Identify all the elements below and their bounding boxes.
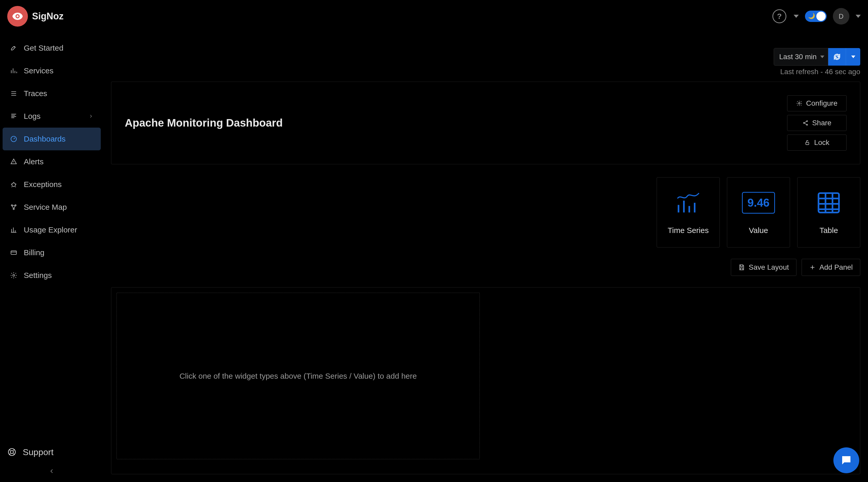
- sidebar-item-label: Exceptions: [24, 180, 62, 189]
- widget-type-label: Table: [819, 226, 838, 235]
- svg-rect-13: [806, 142, 809, 144]
- sidebar-item-logs[interactable]: Logs: [3, 105, 101, 128]
- sidebar-item-dashboards[interactable]: Dashboards: [3, 128, 101, 150]
- sidebar-item-label: Traces: [24, 89, 47, 98]
- svg-point-4: [13, 208, 14, 210]
- configure-label: Configure: [806, 99, 837, 107]
- sidebar-item-billing[interactable]: Billing: [3, 241, 101, 264]
- theme-toggle[interactable]: [805, 10, 827, 22]
- time-range-value: Last 30 min: [779, 53, 816, 61]
- brand-name: SigNoz: [32, 11, 64, 22]
- svg-point-8: [10, 450, 13, 454]
- content: Last 30 min Last refresh - 46 sec ago Ap…: [103, 33, 868, 482]
- sidebar-item-alerts[interactable]: Alerts: [3, 150, 101, 173]
- configure-button[interactable]: Configure: [787, 95, 846, 111]
- value-sample: 9.46: [742, 192, 775, 214]
- sidebar: Get Started Services Traces Logs Dashboa…: [0, 33, 103, 482]
- sidebar-item-get-started[interactable]: Get Started: [3, 37, 101, 59]
- add-panel-button[interactable]: Add Panel: [802, 259, 860, 276]
- topbar: SigNoz ? D: [0, 0, 868, 33]
- share-button[interactable]: Share: [787, 115, 846, 131]
- placeholder-text: Click one of the widget types above (Tim…: [180, 372, 417, 381]
- refresh-button[interactable]: [828, 48, 846, 66]
- refresh-interval-dropdown[interactable]: [846, 48, 860, 66]
- help-button[interactable]: ?: [772, 9, 786, 23]
- support-label: Support: [23, 447, 54, 457]
- gear-icon: [796, 100, 802, 106]
- unlock-icon: [804, 139, 810, 146]
- lifebuoy-icon: [7, 447, 17, 457]
- svg-point-10: [807, 121, 808, 122]
- chevron-left-icon: [48, 468, 55, 475]
- add-panel-label: Add Panel: [819, 263, 853, 271]
- svg-point-1: [12, 183, 16, 187]
- table-icon: [816, 190, 842, 216]
- sidebar-item-exceptions[interactable]: Exceptions: [3, 173, 101, 196]
- svg-point-6: [13, 275, 15, 277]
- sidebar-item-services[interactable]: Services: [3, 59, 101, 82]
- bars-icon: [10, 67, 18, 74]
- sidebar-item-service-map[interactable]: Service Map: [3, 196, 101, 219]
- widget-type-table[interactable]: Table: [797, 177, 860, 248]
- sidebar-item-label: Billing: [24, 248, 44, 257]
- brand-logo-icon: [7, 6, 28, 27]
- value-icon: 9.46: [746, 190, 771, 216]
- gear-icon: [10, 272, 18, 279]
- alert-icon: [10, 158, 18, 165]
- svg-point-9: [799, 102, 800, 104]
- placeholder-panel[interactable]: Click one of the widget types above (Tim…: [117, 293, 480, 459]
- sidebar-item-traces[interactable]: Traces: [3, 82, 101, 105]
- widget-type-label: Value: [749, 226, 768, 235]
- sidebar-item-label: Usage Explorer: [24, 225, 77, 234]
- svg-point-11: [803, 123, 804, 124]
- svg-point-12: [807, 124, 808, 125]
- time-range-select[interactable]: Last 30 min: [774, 48, 828, 66]
- dashboard-icon: [10, 135, 18, 142]
- plus-icon: [809, 264, 816, 271]
- sidebar-item-support[interactable]: Support: [0, 441, 103, 463]
- dashboard-header-card: Apache Monitoring Dashboard Configure Sh…: [111, 82, 860, 164]
- brand[interactable]: SigNoz: [7, 6, 64, 27]
- last-refresh-text: Last refresh - 46 sec ago: [774, 68, 860, 76]
- avatar-initial: D: [839, 12, 844, 21]
- sidebar-item-label: Get Started: [24, 44, 63, 53]
- save-layout-button[interactable]: Save Layout: [731, 259, 797, 276]
- share-label: Share: [812, 119, 832, 127]
- bug-icon: [10, 181, 18, 188]
- chart-icon: [10, 226, 18, 233]
- rocket-icon: [10, 44, 18, 52]
- dashboard-canvas: Click one of the widget types above (Tim…: [111, 287, 860, 474]
- lock-button[interactable]: Lock: [787, 135, 846, 151]
- svg-rect-5: [11, 251, 17, 254]
- share-icon: [802, 120, 809, 126]
- avatar-dropdown-caret-icon[interactable]: [856, 15, 861, 18]
- lines-icon: [10, 113, 18, 120]
- sidebar-item-label: Alerts: [24, 157, 44, 166]
- sidebar-item-label: Service Map: [24, 203, 67, 212]
- avatar[interactable]: D: [833, 8, 849, 25]
- sidebar-item-settings[interactable]: Settings: [3, 264, 101, 287]
- intercom-launcher[interactable]: [833, 447, 859, 473]
- help-dropdown-caret-icon[interactable]: [794, 15, 799, 18]
- dashboard-title: Apache Monitoring Dashboard: [125, 117, 283, 129]
- chat-icon: [840, 454, 852, 467]
- sidebar-item-label: Settings: [24, 271, 52, 280]
- sidebar-item-label: Dashboards: [24, 135, 66, 143]
- sidebar-item-label: Services: [24, 66, 54, 75]
- sidebar-collapse-button[interactable]: [0, 463, 103, 479]
- lock-label: Lock: [814, 138, 829, 147]
- save-icon: [738, 264, 745, 271]
- card-icon: [10, 249, 18, 256]
- widget-type-label: Time Series: [668, 226, 709, 235]
- time-picker-group: Last 30 min: [774, 48, 860, 66]
- sidebar-item-label: Logs: [24, 112, 40, 121]
- save-layout-label: Save Layout: [749, 263, 789, 271]
- refresh-icon: [833, 53, 841, 61]
- widget-type-time-series[interactable]: Time Series: [657, 177, 720, 248]
- widget-type-value[interactable]: 9.46 Value: [727, 177, 790, 248]
- network-icon: [10, 203, 18, 211]
- list-icon: [10, 90, 18, 97]
- sidebar-item-usage-explorer[interactable]: Usage Explorer: [3, 219, 101, 241]
- chevron-right-icon: [88, 114, 94, 119]
- widget-type-picker: Time Series 9.46 Value Table: [111, 177, 860, 248]
